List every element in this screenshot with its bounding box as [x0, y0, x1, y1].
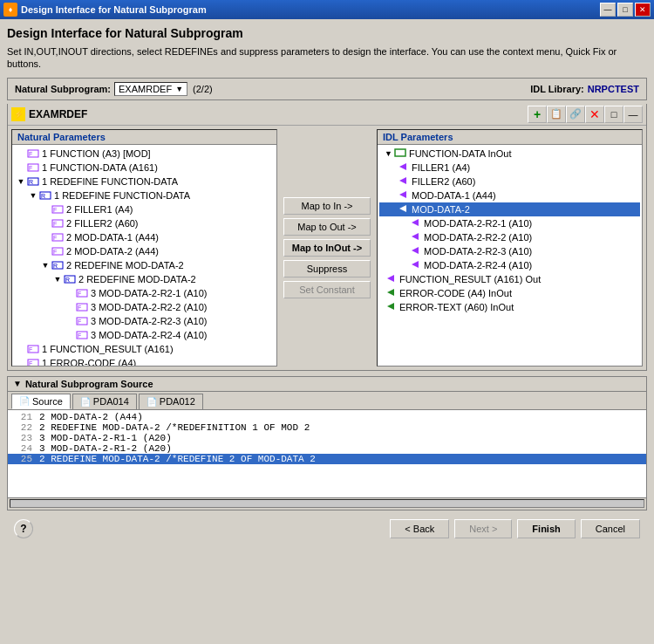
- tree-item-text: 2 MOD-DATA-2 (A44): [66, 246, 159, 257]
- tree-toggle-icon[interactable]: ▼: [40, 261, 51, 270]
- line-content: 2 MOD-DATA-2 (A44): [39, 412, 643, 422]
- idl-param-item[interactable]: FILLER1 (A4): [379, 161, 640, 175]
- code-line[interactable]: 252 REDEFINE MOD-DATA-2 /*REDEFINE 2 OF …: [8, 454, 646, 464]
- delete-button[interactable]: ✕: [585, 106, 604, 123]
- back-button[interactable]: < Back: [390, 519, 449, 538]
- natural-param-item[interactable]: F2 FILLER2 (A60): [14, 216, 275, 230]
- tab-pda014[interactable]: 📄 PDA014: [72, 394, 137, 409]
- source-toggle-icon[interactable]: ▼: [13, 379, 22, 388]
- natural-param-item[interactable]: ▼R1 REDEFINE FUNCTION-DATA: [14, 188, 275, 202]
- svg-text:F: F: [53, 235, 57, 241]
- line-content: 3 MOD-DATA-2-R1-2 (A20): [39, 443, 643, 454]
- main-container: Design Interface for Natural Subprogram …: [0, 19, 654, 644]
- idl-param-item[interactable]: ERROR-TEXT (A60) InOut: [379, 300, 640, 314]
- code-line: 233 MOD-DATA-2-R1-1 (A20): [8, 433, 646, 443]
- link-button[interactable]: 🔗: [566, 106, 585, 123]
- natural-param-item[interactable]: F1 ERROR-CODE (A4): [14, 356, 275, 366]
- svg-rect-34: [395, 149, 405, 156]
- add-button[interactable]: +: [528, 106, 547, 123]
- map-to-inout-button[interactable]: Map to InOut ->: [283, 239, 371, 257]
- svg-text:F: F: [29, 360, 32, 366]
- natural-params-header: Natural Parameters: [12, 130, 276, 145]
- svg-marker-39: [412, 219, 419, 226]
- svg-text:F: F: [29, 346, 32, 353]
- idl-param-item[interactable]: MOD-DATA-2-R2-2 (A10): [379, 230, 640, 244]
- tree-item-text: 3 MOD-DATA-2-R2-4 (A10): [91, 330, 207, 340]
- idl-param-item[interactable]: FUNCTION_RESULT (A161) Out: [379, 272, 640, 286]
- natural-param-item[interactable]: F3 MOD-DATA-2-R2-3 (A10): [14, 314, 275, 328]
- idl-item-text: MOD-DATA-2-R2-3 (A10): [424, 246, 532, 257]
- suppress-button[interactable]: Suppress: [283, 260, 371, 277]
- copy-button[interactable]: 📋: [547, 106, 566, 123]
- natural-param-item[interactable]: F2 MOD-DATA-1 (A44): [14, 230, 275, 244]
- natural-param-item[interactable]: F3 MOD-DATA-2-R2-4 (A10): [14, 328, 275, 342]
- natural-param-item[interactable]: F1 FUNCTION_RESULT (A161): [14, 342, 275, 356]
- line-number: 25: [11, 454, 32, 464]
- idl-param-item[interactable]: MOD-DATA-2-R2-4 (A10): [379, 258, 640, 272]
- natural-param-item[interactable]: F1 FUNCTION (A3) [MOD]: [14, 147, 275, 161]
- tree-item-text: 1 REDEFINE FUNCTION-DATA: [42, 176, 178, 187]
- code-line: 243 MOD-DATA-2-R1-2 (A20): [8, 443, 646, 454]
- idl-item-icon: [385, 287, 397, 299]
- tree-toggle-icon[interactable]: ▼: [52, 275, 63, 284]
- close-button[interactable]: ✕: [635, 3, 651, 17]
- tree-item-text: 2 FILLER2 (A60): [66, 218, 139, 229]
- idl-library-value: NRPCTEST: [588, 84, 639, 94]
- natural-param-item[interactable]: F3 MOD-DATA-2-R2-1 (A10): [14, 286, 275, 300]
- svg-text:F: F: [53, 221, 57, 227]
- natural-param-item[interactable]: F3 MOD-DATA-2-R2-2 (A10): [14, 300, 275, 314]
- code-line: 212 MOD-DATA-2 (A44): [8, 412, 646, 422]
- svg-text:F: F: [53, 249, 57, 255]
- tab-pda012-label: PDA012: [160, 396, 195, 407]
- subprogram-select-wrapper[interactable]: EXAMRDEF ▼: [114, 82, 187, 96]
- idl-param-item[interactable]: MOD-DATA-1 (A44): [379, 188, 640, 202]
- idl-toggle-icon[interactable]: ▼: [385, 149, 392, 158]
- subprogram-value: EXAMRDEF: [119, 84, 175, 94]
- tree-toggle-icon[interactable]: ▼: [16, 177, 26, 186]
- natural-param-item[interactable]: ▼R1 REDEFINE FUNCTION-DATA: [14, 175, 275, 188]
- idl-param-item[interactable]: MOD-DATA-2-R2-1 (A10): [379, 216, 640, 230]
- expand-button[interactable]: □: [604, 106, 623, 123]
- title-bar-buttons: — □ ✕: [600, 3, 651, 17]
- finish-button[interactable]: Finish: [517, 519, 575, 538]
- svg-text:F: F: [53, 207, 57, 213]
- svg-marker-41: [412, 247, 419, 254]
- cancel-button[interactable]: Cancel: [581, 519, 640, 538]
- natural-param-item[interactable]: F2 MOD-DATA-2 (A44): [14, 244, 275, 258]
- line-content: 2 REDEFINE MOD-DATA-2 /*REDEFINITION 1 O…: [39, 422, 643, 433]
- collapse-button[interactable]: —: [623, 106, 643, 123]
- idl-param-item[interactable]: FILLER2 (A60): [379, 175, 640, 188]
- tab-pda012[interactable]: 📄 PDA012: [139, 394, 203, 409]
- natural-params-panel: Natural Parameters F1 FUNCTION (A3) [MOD…: [11, 129, 277, 367]
- tree-toggle-icon[interactable]: ▼: [28, 191, 38, 200]
- idl-param-item[interactable]: ERROR-CODE (A4) InOut: [379, 286, 640, 300]
- natural-param-item[interactable]: ▼R2 REDEFINE MOD-DATA-2: [14, 272, 275, 286]
- natural-param-item[interactable]: F2 FILLER1 (A4): [14, 202, 275, 216]
- help-button[interactable]: ?: [14, 519, 33, 538]
- minimize-button[interactable]: —: [600, 3, 616, 17]
- natural-param-item[interactable]: F1 FUNCTION-DATA (A161): [14, 161, 275, 175]
- idl-item-text: FUNCTION_RESULT (A161) Out: [399, 274, 541, 284]
- tree-item-text: 3 MOD-DATA-2-R2-3 (A10): [91, 316, 207, 326]
- idl-item-icon: [409, 231, 421, 243]
- idl-param-item[interactable]: ▼FUNCTION-DATA InOut: [379, 147, 640, 161]
- idl-item-icon: [397, 203, 409, 216]
- hscroll-track[interactable]: [10, 499, 644, 508]
- line-number: 22: [11, 422, 32, 433]
- dropdown-arrow-icon[interactable]: ▼: [175, 85, 183, 93]
- tree-item-icon: R: [63, 273, 77, 285]
- tab-source[interactable]: 📄 Source: [11, 394, 71, 409]
- next-button[interactable]: Next >: [454, 519, 512, 538]
- map-to-in-button[interactable]: Map to In ->: [283, 197, 371, 215]
- maximize-button[interactable]: □: [617, 3, 633, 17]
- map-to-out-button[interactable]: Map to Out ->: [283, 218, 371, 236]
- idl-item-text: ERROR-CODE (A4) InOut: [399, 288, 512, 298]
- set-constant-button[interactable]: Set Constant: [283, 281, 371, 298]
- subprogram-count: (2/2): [193, 84, 213, 94]
- tree-item-icon: F: [51, 231, 65, 243]
- idl-param-item[interactable]: MOD-DATA-2: [379, 202, 640, 216]
- natural-param-item[interactable]: ▼R2 REDEFINE MOD-DATA-2: [14, 258, 275, 272]
- idl-param-item[interactable]: MOD-DATA-2-R2-3 (A10): [379, 244, 640, 258]
- horizontal-scrollbar[interactable]: [8, 497, 646, 510]
- parameters-section: Natural Parameters F1 FUNCTION (A3) [MOD…: [8, 126, 646, 370]
